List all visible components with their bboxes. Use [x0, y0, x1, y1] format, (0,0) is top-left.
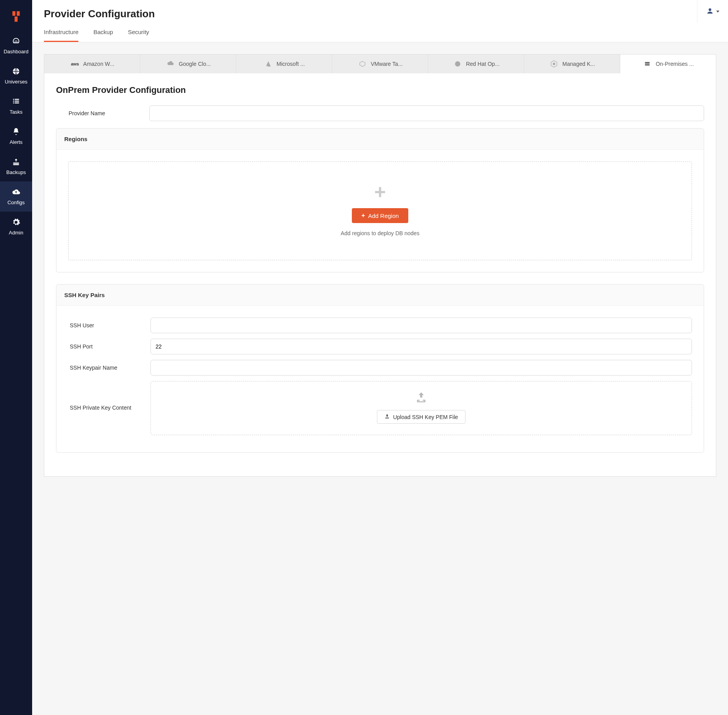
- ssh-keypair-label: SSH Keypair Name: [68, 365, 150, 371]
- svg-rect-16: [645, 65, 650, 65]
- svg-rect-6: [13, 101, 14, 102]
- upload-small-icon: [384, 414, 390, 420]
- ssh-header: SSH Key Pairs: [56, 285, 704, 306]
- gear-icon: [11, 218, 21, 227]
- svg-rect-4: [13, 99, 14, 100]
- plus-small-icon: +: [361, 212, 365, 219]
- svg-rect-9: [15, 102, 19, 103]
- add-region-button[interactable]: + Add Region: [352, 208, 408, 223]
- gauge-icon: [11, 37, 21, 45]
- sidebar: Dashboard Universes Tasks Alerts Backups: [0, 0, 32, 715]
- panel-title: OnPrem Provider Configuration: [56, 85, 704, 95]
- sidebar-item-tasks[interactable]: Tasks: [0, 91, 32, 121]
- ssh-user-label: SSH User: [68, 322, 150, 328]
- logo: [9, 9, 23, 24]
- ptab-onprem[interactable]: On-Premises ...: [620, 54, 716, 73]
- ssh-card: SSH Key Pairs SSH User SSH Port SSH Keyp…: [56, 284, 704, 453]
- ssh-port-label: SSH Port: [68, 343, 150, 350]
- svg-point-13: [553, 63, 555, 65]
- user-menu[interactable]: [697, 0, 728, 23]
- svg-point-10: [709, 8, 712, 11]
- ssh-keypair-input[interactable]: [150, 360, 692, 376]
- ptab-gcp[interactable]: Google Clo...: [140, 54, 236, 73]
- azure-icon: [263, 60, 273, 68]
- tab-backup[interactable]: Backup: [93, 29, 113, 42]
- sidebar-item-backups[interactable]: Backups: [0, 151, 32, 181]
- sidebar-item-label: Universes: [5, 79, 27, 85]
- plus-icon: [373, 185, 387, 201]
- globe-icon: [11, 67, 21, 76]
- ptab-aws[interactable]: aws Amazon W...: [44, 54, 140, 73]
- main: Provider Configuration Infrastructure Ba…: [32, 0, 728, 715]
- svg-rect-0: [13, 11, 16, 16]
- sidebar-item-label: Admin: [9, 230, 24, 236]
- svg-rect-2: [14, 16, 18, 22]
- ssh-private-key-label: SSH Private Key Content: [68, 381, 150, 411]
- sidebar-item-label: Tasks: [9, 109, 22, 115]
- sidebar-item-label: Alerts: [9, 139, 22, 145]
- ssh-port-input[interactable]: [150, 339, 692, 354]
- cloud-up-icon: [11, 188, 21, 196]
- tab-infrastructure[interactable]: Infrastructure: [44, 29, 78, 42]
- svg-rect-1: [17, 11, 20, 16]
- svg-rect-15: [645, 64, 650, 65]
- upload-archive-icon: [11, 158, 21, 166]
- ptab-openshift[interactable]: Red Hat Op...: [428, 54, 524, 73]
- regions-empty: + Add Region Add regions to deploy DB no…: [68, 162, 692, 260]
- gcp-icon: [165, 60, 176, 68]
- sidebar-item-label: Backups: [6, 169, 26, 175]
- vmware-icon: [357, 60, 368, 68]
- aws-icon: aws: [70, 60, 80, 68]
- ssh-user-input[interactable]: [150, 318, 692, 333]
- caret-down-icon: [716, 11, 719, 13]
- sidebar-item-alerts[interactable]: Alerts: [0, 121, 32, 151]
- sidebar-item-label: Configs: [7, 200, 25, 205]
- bell-icon: [11, 127, 21, 136]
- tab-security[interactable]: Security: [128, 29, 149, 42]
- provider-name-label: Provider Name: [67, 110, 149, 116]
- svg-rect-7: [15, 101, 19, 102]
- user-icon: [706, 7, 714, 16]
- ptab-azure[interactable]: Microsoft ...: [236, 54, 332, 73]
- svg-rect-5: [15, 99, 19, 100]
- sidebar-item-configs[interactable]: Configs: [0, 181, 32, 212]
- provider-name-input[interactable]: [149, 105, 704, 121]
- content: aws Amazon W... Google Clo... Microsoft …: [32, 42, 728, 715]
- regions-header: Regions: [56, 129, 704, 150]
- server-icon: [642, 60, 652, 68]
- config-panel: OnPrem Provider Configuration Provider N…: [44, 73, 716, 477]
- sidebar-item-admin[interactable]: Admin: [0, 212, 32, 242]
- ptab-k8s[interactable]: Managed K...: [524, 54, 620, 73]
- sidebar-item-universes[interactable]: Universes: [0, 61, 32, 91]
- k8s-icon: [549, 60, 559, 68]
- page-title: Provider Configuration: [44, 8, 155, 20]
- openshift-icon: [453, 60, 463, 68]
- svg-marker-11: [360, 61, 366, 67]
- sidebar-item-dashboard[interactable]: Dashboard: [0, 31, 32, 61]
- upload-icon: [414, 391, 428, 405]
- ptab-vmware[interactable]: VMware Ta...: [332, 54, 428, 73]
- top-tabs: Infrastructure Backup Security: [44, 29, 155, 42]
- topbar: Provider Configuration Infrastructure Ba…: [32, 0, 728, 42]
- provider-tabs: aws Amazon W... Google Clo... Microsoft …: [44, 54, 716, 73]
- ssh-upload-box[interactable]: Upload SSH Key PEM File: [150, 381, 692, 435]
- regions-card: Regions + Add Region Add regions to depl…: [56, 128, 704, 272]
- svg-rect-14: [645, 62, 650, 63]
- list-icon: [11, 97, 21, 106]
- upload-pem-button[interactable]: Upload SSH Key PEM File: [377, 410, 465, 424]
- svg-rect-8: [13, 102, 14, 103]
- sidebar-item-label: Dashboard: [4, 49, 29, 54]
- regions-hint: Add regions to deploy DB nodes: [341, 230, 420, 236]
